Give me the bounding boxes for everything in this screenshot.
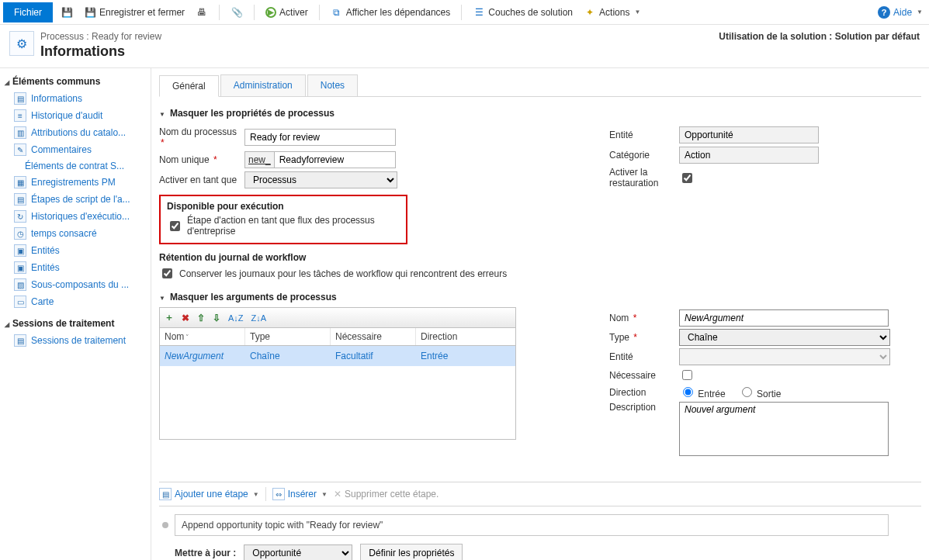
sidebar-item-card[interactable]: ▭Carte: [3, 293, 147, 310]
argprop-desc-label: Description: [609, 402, 679, 413]
args-table: ＋ ✖︎ ⇧ ⇩ A↓Z Z↓A Nom Type Nécessaire Dir…: [159, 307, 516, 440]
save-close-label: Enregistrer et fermer: [99, 7, 185, 18]
action-step-checkbox[interactable]: [170, 221, 180, 231]
doc-icon: ▤: [14, 92, 26, 105]
delete-step-button: ✕Supprimer cette étape.: [334, 489, 439, 500]
activate-button[interactable]: ▶Activer: [262, 5, 311, 19]
sidebar-item-catalog[interactable]: ▥Attributions du catalo...: [3, 124, 147, 141]
retain-label: Conserver les journaux pour les tâches d…: [179, 268, 507, 279]
help-label: Aide: [893, 7, 912, 18]
layers-button[interactable]: ☰Couches de solution: [470, 5, 576, 20]
script-icon: ▤: [14, 193, 26, 206]
args-col-req[interactable]: Nécessaire: [331, 328, 416, 345]
sidebar-item-audit[interactable]: ≡Historique d'audit: [3, 107, 147, 124]
session-icon: ▤: [14, 334, 26, 347]
chevron-down-icon: ▼: [321, 491, 328, 498]
sidebar-item-subcomp[interactable]: ▧Sous-composants du ...: [3, 276, 147, 293]
arg-sort-desc-button[interactable]: Z↓A: [251, 313, 267, 323]
sidebar-item-contract[interactable]: Éléments de contrat S...: [3, 158, 147, 174]
activate-icon: ▶: [265, 7, 276, 18]
process-icon: ⚙: [9, 31, 34, 56]
arg-up-button[interactable]: ⇧: [197, 313, 205, 323]
set-properties-button[interactable]: Définir les propriétés: [360, 544, 463, 560]
sidebar-item-pm[interactable]: ▦Enregistrements PM: [3, 174, 147, 191]
main-toolbar: Fichier 💾 💾Enregistrer et fermer 🖶 📎 ▶Ac…: [0, 0, 929, 25]
proc-name-input[interactable]: [244, 129, 396, 146]
clock-icon: ◷: [14, 227, 26, 240]
help-icon: ?: [878, 6, 890, 19]
tab-bar: Général Administration Notes: [159, 74, 921, 97]
save-close-button[interactable]: 💾Enregistrer et fermer: [81, 5, 188, 20]
sidebar: Éléments communs ▤Informations ≡Historiq…: [0, 68, 151, 560]
page-title: Informations: [40, 43, 719, 60]
step-description[interactable]: Append opportunity topic with "Ready for…: [175, 514, 889, 536]
save-icon: 💾: [61, 6, 73, 19]
tab-admin[interactable]: Administration: [220, 74, 306, 96]
tab-notes[interactable]: Notes: [307, 74, 358, 96]
insert-icon: ⇔: [272, 488, 285, 500]
card-icon: ▭: [14, 296, 26, 308]
print-icon: 🖶: [196, 6, 208, 19]
sidebar-item-comments[interactable]: ✎Commentaires: [3, 141, 147, 158]
arg-sort-asc-button[interactable]: A↓Z: [228, 313, 244, 323]
args-col-type[interactable]: Type: [245, 328, 331, 345]
unique-name-input[interactable]: [274, 151, 396, 168]
argprop-entity-select: [679, 348, 890, 365]
sidebar-item-entities-1[interactable]: ▣Entités: [3, 242, 147, 259]
dependencies-button[interactable]: ⧉Afficher les dépendances: [328, 5, 454, 20]
entity-field: [679, 126, 819, 143]
argprop-req-checkbox[interactable]: [682, 370, 692, 380]
restore-checkbox[interactable]: [682, 173, 692, 183]
step-canvas: Append opportunity topic with "Ready for…: [159, 506, 921, 560]
help-button[interactable]: ?Aide▼: [875, 5, 926, 20]
action-step-checkbox-row[interactable]: Étape d'action en tant que flux des proc…: [167, 215, 400, 237]
attach-button[interactable]: 📎: [227, 5, 246, 20]
sidebar-item-time[interactable]: ◷temps consacré: [3, 225, 147, 242]
argprop-type-select[interactable]: Chaîne: [679, 329, 890, 346]
argprop-name-input[interactable]: [679, 309, 889, 327]
restore-label: Activer larestauration: [609, 167, 679, 188]
component-icon: ▧: [14, 278, 26, 291]
file-button[interactable]: Fichier: [3, 2, 53, 22]
activate-as-select[interactable]: Processus: [244, 171, 397, 188]
chevron-down-icon: ▼: [917, 9, 923, 16]
args-col-dir[interactable]: Direction: [416, 328, 515, 345]
print-button[interactable]: 🖶: [192, 5, 211, 20]
arg-add-button[interactable]: ＋: [165, 311, 174, 324]
comment-icon: ✎: [14, 143, 26, 156]
retain-checkbox-row[interactable]: Conserver les journaux pour les tâches d…: [159, 266, 578, 281]
retain-checkbox[interactable]: [162, 268, 172, 278]
entity-label: Entité: [609, 130, 679, 140]
sidebar-section-common[interactable]: Éléments communs: [3, 73, 147, 90]
record-icon: ▦: [14, 176, 26, 188]
arg-delete-button[interactable]: ✖︎: [182, 313, 189, 323]
sidebar-item-history[interactable]: ↻Historiques d'exécutio...: [3, 208, 147, 225]
section-hide-props[interactable]: Masquer les propriétés de processus: [159, 97, 921, 123]
page-header: ⚙ Processus : Ready for review Informati…: [0, 25, 929, 68]
argprop-desc-input[interactable]: Nouvel argument: [679, 402, 889, 456]
sidebar-item-informations[interactable]: ▤Informations: [3, 90, 147, 107]
sidebar-section-sessions[interactable]: Sessions de traitement: [3, 315, 147, 332]
proc-name-label: Nom du processus*: [159, 126, 244, 148]
args-row[interactable]: NewArgument Chaîne Facultatif Entrée: [160, 346, 515, 366]
sidebar-item-script[interactable]: ▤Étapes de script de l'a...: [3, 191, 147, 208]
layers-icon: ☰: [473, 6, 485, 19]
update-label: Mettre à jour :: [175, 548, 236, 558]
section-hide-args[interactable]: Masquer les arguments de processus: [159, 281, 921, 307]
sidebar-item-entities-2[interactable]: ▣Entités: [3, 259, 147, 276]
breadcrumb: Processus : Ready for review: [40, 31, 719, 42]
tab-general[interactable]: Général: [159, 75, 219, 97]
category-label: Catégorie: [609, 150, 679, 161]
actions-menu[interactable]: ✦Actions▼: [581, 5, 643, 20]
save-button[interactable]: 💾: [57, 5, 76, 20]
argprop-dir-in[interactable]: Entrée: [679, 385, 726, 399]
sidebar-item-sessions[interactable]: ▤Sessions de traitement: [3, 332, 147, 349]
add-step-button[interactable]: ▤Ajouter une étape▼: [159, 488, 259, 500]
insert-step-button[interactable]: ⇔Insérer▼: [272, 488, 328, 500]
entity-icon: ▣: [14, 261, 26, 274]
args-col-name[interactable]: Nom: [160, 328, 245, 345]
step-bullet-icon: [162, 522, 168, 528]
update-select[interactable]: Opportunité: [244, 544, 352, 560]
argprop-dir-out[interactable]: Sortie: [738, 385, 782, 399]
arg-down-button[interactable]: ⇩: [213, 313, 220, 323]
